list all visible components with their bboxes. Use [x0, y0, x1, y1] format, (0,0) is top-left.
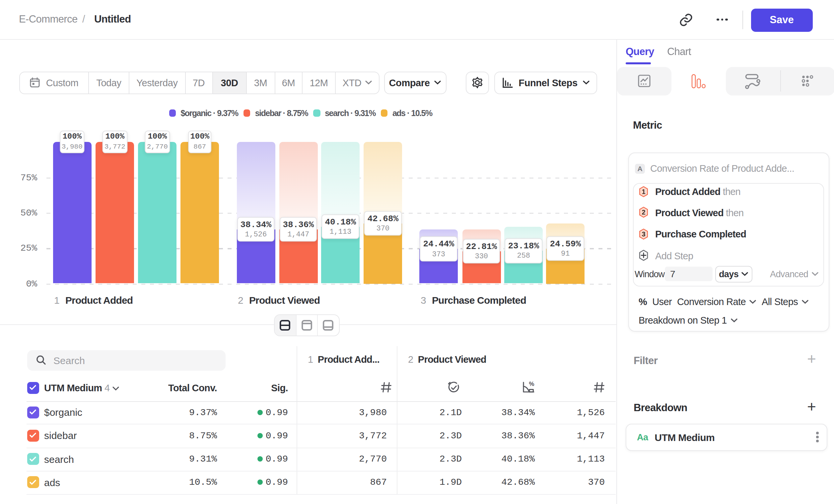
svg-text:3: 3: [641, 230, 645, 237]
svg-text:2: 2: [641, 209, 645, 216]
svg-text:%: %: [529, 381, 534, 387]
svg-text:1: 1: [641, 188, 645, 195]
